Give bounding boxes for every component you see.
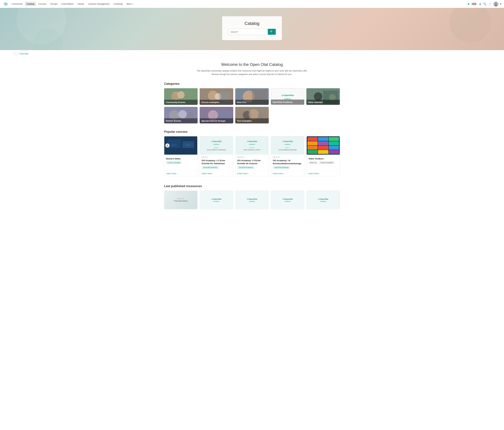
learn-more-link[interactable]: Learn more › — [308, 172, 320, 175]
course-card-oo-i8[interactable]: ∞ OpenOlat academy basics # Kommunikatio… — [271, 136, 304, 176]
svg-text:Highscore: Highscore — [171, 144, 177, 146]
course-tag[interactable]: OpenOlat Academy — [237, 166, 255, 169]
page-title: Welcome to the Open Olat Catalog — [164, 62, 340, 67]
popular-courses-grid: ❮ Highscore Game Numers Game Course exam… — [164, 136, 340, 176]
course-footer: Learn more › — [271, 171, 304, 176]
last-thumb: advanced # Prüfungserstellung — [164, 191, 197, 209]
last-card-oo3[interactable]: ∞ OpenOlat academy — [235, 191, 269, 209]
hero-section: Catalog 🔍 — [0, 8, 504, 50]
course-tag[interactable]: OpenOlat Academy — [273, 166, 290, 169]
oo-thumb-placeholder: ∞ OpenOlat academy basics # Kommunikatio… — [271, 136, 304, 155]
svg-text:Game: Game — [187, 145, 190, 146]
course-card-oo-i3[interactable]: ∞ OpenOlat academy basics 3 Erste Schrit… — [235, 136, 269, 176]
print-icon[interactable]: 🖨 — [479, 2, 481, 5]
nav-lectures[interactable]: Lectures management — [86, 2, 111, 6]
course-tag[interactable]: Course examples — [166, 161, 182, 164]
course-thumb: ❮ Highscore Game — [164, 136, 197, 155]
hero-title: Catalog — [228, 21, 276, 26]
last-published-grid: advanced # Prüfungserstellung ∞ OpenOlat… — [164, 191, 340, 209]
course-tag[interactable]: How-To's — [308, 161, 318, 164]
course-card-numers-game[interactable]: ❮ Highscore Game Numers Game Course exam… — [164, 136, 198, 176]
category-howtos[interactable]: How-To's — [235, 88, 269, 105]
popular-courses-title: Popular courses — [164, 130, 340, 134]
category-label: How-To's — [235, 100, 269, 105]
category-openolat-academy[interactable]: ∞ OpenOlat academy OpenOlat Academy — [271, 88, 304, 105]
svg-point-1 — [495, 3, 497, 4]
course-footer: Learn more › — [307, 171, 340, 176]
search-icon[interactable]: 🔍 — [483, 2, 486, 5]
course-body: OO-A-I-8 OO-Academy: I-8 Kommunikationsw… — [271, 155, 304, 171]
category-special-interest[interactable]: Special Interest Groups — [200, 107, 233, 123]
course-name: Numers Game — [166, 157, 196, 160]
course-card-video-testkurs[interactable]: Video Testkurs How-To's Course examples … — [306, 136, 340, 176]
learn-more-link[interactable]: Learn more › — [202, 172, 213, 175]
nav-more[interactable]: More ▾ — [125, 2, 135, 6]
course-body: Numers Game Course examples — [164, 155, 197, 171]
svg-rect-30 — [167, 140, 181, 148]
category-course-examples[interactable]: Course examples — [200, 88, 233, 105]
course-thumb: ∞ OpenOlat academy basics 1 Erste Schrit… — [200, 136, 233, 155]
breadcrumb-separator: / — [18, 52, 18, 55]
breadcrumb: ‹ / Overview — [0, 50, 504, 57]
last-card-oo2[interactable]: ∞ OpenOlat academy — [200, 191, 233, 209]
prev-slide-button[interactable]: ❮ — [165, 143, 170, 148]
notification-badge[interactable]: 3/19 — [471, 2, 477, 5]
breadcrumb-current[interactable]: Overview — [19, 52, 28, 55]
category-community-events[interactable]: Community Events — [164, 88, 198, 105]
svg-point-2 — [494, 4, 497, 7]
categories-row1: Community Events Course examples — [164, 88, 340, 105]
last-card-oo4[interactable]: ∞ OpenOlat academy — [271, 191, 304, 209]
category-partner-events[interactable]: Partner Events — [164, 107, 198, 123]
course-card-oo-i1[interactable]: ∞ OpenOlat academy basics 1 Erste Schrit… — [200, 136, 233, 176]
course-name: OO-Academy: I-3 Erste Schritte für Autor… — [237, 159, 267, 165]
nav-groups[interactable]: Groups — [49, 2, 59, 6]
course-code: OO-A-I-3 — [237, 156, 267, 158]
site-logo[interactable] — [3, 2, 8, 6]
search-container: 🔍 — [228, 29, 276, 35]
last-card-pruef[interactable]: advanced # Prüfungserstellung — [164, 191, 198, 209]
main-nav: Community Catalog Courses Groups LearnVi… — [0, 0, 504, 8]
course-footer: Learn more › — [164, 171, 197, 176]
status-indicator — [468, 3, 469, 5]
learn-more-link[interactable]: Learn more › — [237, 172, 249, 175]
course-tag[interactable]: OpenOlat Academy — [202, 166, 219, 169]
search-button[interactable]: 🔍 — [268, 29, 276, 35]
course-tags: OpenOlat Academy — [202, 166, 231, 169]
course-tags: OpenOlat Academy — [273, 166, 302, 169]
nav-courses[interactable]: Courses — [37, 2, 48, 6]
category-label: Tool examples — [235, 118, 269, 123]
user-dropdown-icon[interactable]: ▾ — [500, 2, 501, 5]
svg-point-5 — [177, 91, 185, 99]
nav-coaching[interactable]: Coaching — [112, 2, 124, 6]
nav-library[interactable]: Library — [76, 2, 86, 6]
course-body: OO-A-I-1 OO-Academy: I-1 Erste Schritte … — [200, 155, 233, 171]
learn-more-link[interactable]: Learn more › — [273, 172, 284, 175]
search-button-icon: 🔍 — [270, 30, 273, 33]
category-other-tutorials[interactable]: Other tutorials — [306, 88, 340, 105]
last-thumb: ∞ OpenOlat academy — [271, 191, 304, 209]
course-footer: Learn more › — [200, 171, 233, 176]
svg-point-20 — [178, 110, 187, 119]
course-tags: Course examples — [166, 161, 196, 164]
categories-title: Categories — [164, 82, 340, 86]
more-dropdown-icon: ▾ — [133, 3, 133, 5]
course-code: OO-A-I-8 — [273, 156, 302, 158]
category-label: Partner Events — [164, 118, 198, 123]
category-tool-examples[interactable]: Tool examples — [235, 107, 269, 123]
category-label: Course examples — [200, 100, 233, 105]
course-name: OO-Academy: I-8 Kommunikationswerkzeuge — [273, 159, 302, 165]
nav-catalog[interactable]: Catalog — [25, 2, 36, 6]
course-tag[interactable]: Course examples — [319, 161, 335, 164]
category-label: OpenOlat Academy — [271, 100, 304, 105]
learn-more-link[interactable]: Learn more › — [166, 172, 177, 175]
search-input[interactable] — [228, 29, 268, 35]
help-icon[interactable]: ? — [488, 2, 492, 6]
nav-community[interactable]: Community — [10, 2, 24, 6]
user-avatar[interactable] — [493, 1, 498, 7]
course-thumb: ∞ OpenOlat academy basics # Kommunikatio… — [271, 136, 304, 155]
back-button[interactable]: ‹ — [13, 52, 17, 55]
last-card-oo5[interactable]: ∞ OpenOlat academy — [306, 191, 340, 209]
category-label: Other tutorials — [306, 100, 340, 105]
nav-learnvideos[interactable]: LearnVideos — [60, 2, 75, 6]
course-code: OO-A-I-1 — [202, 156, 231, 158]
